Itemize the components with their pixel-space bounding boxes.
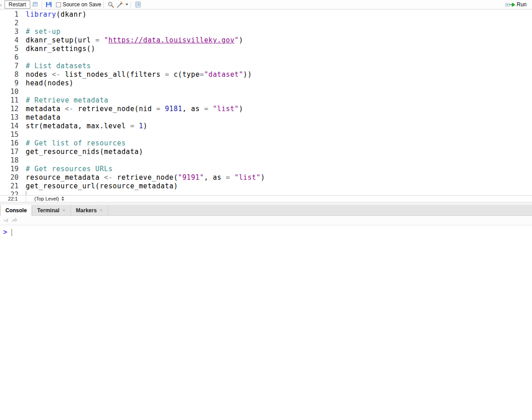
code-tools-dropdown-icon[interactable] [126, 4, 128, 5]
line-number: 17 [0, 148, 19, 156]
line-number: 19 [0, 165, 19, 173]
code-line[interactable]: # Retrieve metadata [26, 96, 532, 105]
source-on-save-checkbox[interactable] [56, 2, 61, 7]
cursor-position: 22:1 [0, 196, 26, 201]
save-icon[interactable] [44, 0, 53, 9]
code-line[interactable]: nodes <- list_nodes_all(filters = c(type… [26, 70, 532, 79]
line-number: 10 [0, 88, 19, 96]
run-button[interactable]: Run [505, 0, 527, 9]
code-line[interactable] [26, 131, 532, 139]
line-number: 5 [0, 45, 19, 53]
console-pane[interactable]: > [0, 225, 532, 420]
line-number: 7 [0, 62, 19, 70]
toolbar-separator [103, 1, 104, 8]
code-line[interactable]: # set-up [26, 28, 532, 36]
source-on-save-label: Source on Save [63, 1, 101, 8]
code-line[interactable]: # List datasets [26, 62, 532, 70]
code-line[interactable]: head(nodes) [26, 79, 532, 88]
pane-splitter[interactable] [0, 202, 532, 205]
tab-label: Console [5, 207, 27, 214]
tab-label: Terminal [37, 207, 59, 214]
scope-selector[interactable]: (Top Level) [26, 196, 64, 202]
code-line[interactable]: resource_metadata <- retrieve_node("9191… [26, 173, 532, 182]
line-number: 3 [0, 28, 19, 36]
code-line[interactable]: get_resource_url(resource_metadata) [26, 182, 532, 191]
line-number: 2 [0, 19, 19, 28]
code-line[interactable]: dkanr_settings() [26, 45, 532, 53]
close-tab-icon[interactable]: × [99, 208, 103, 213]
line-number: 21 [0, 182, 19, 191]
code-line[interactable] [26, 53, 532, 62]
line-number: 22 [0, 191, 19, 195]
source-toolbar: ‹ Restart Source on Save [0, 0, 532, 9]
text-cursor [26, 191, 26, 196]
code-line[interactable] [26, 19, 532, 28]
line-number: 20 [0, 173, 19, 182]
code-line[interactable] [26, 156, 532, 165]
tab-terminal[interactable]: Terminal× [32, 205, 71, 215]
line-number-gutter: 12345678910111213141516171819202122 [0, 9, 19, 195]
back-chevron-icon[interactable]: ‹ [0, 2, 4, 8]
line-number: 1 [0, 10, 19, 19]
line-number: 15 [0, 131, 19, 139]
toolbar-separator [131, 1, 131, 8]
working-directory: ~/ [4, 218, 8, 223]
code-line[interactable]: # Get resources URLs [26, 165, 532, 173]
line-number: 16 [0, 139, 19, 148]
code-line[interactable] [26, 88, 532, 96]
scope-updown-icon [61, 196, 64, 201]
console-cursor [11, 229, 12, 236]
line-number: 6 [0, 53, 19, 62]
goto-directory-icon[interactable] [11, 216, 18, 224]
tab-label: Markers [76, 207, 97, 214]
rstudio-window: ‹ Restart Source on Save [0, 0, 532, 420]
line-number: 8 [0, 70, 19, 79]
close-tab-icon[interactable]: × [62, 208, 65, 213]
show-in-new-window-icon[interactable] [30, 0, 39, 9]
line-number: 11 [0, 96, 19, 105]
code-tools-icon[interactable] [115, 0, 124, 9]
compile-report-icon[interactable] [133, 0, 142, 9]
code-line[interactable]: metadata <- retrieve_node(nid = 9181, as… [26, 105, 532, 113]
code-line[interactable] [26, 191, 532, 195]
tab-markers[interactable]: Markers× [71, 205, 108, 215]
scope-label: (Top Level) [34, 196, 59, 201]
line-number: 13 [0, 113, 19, 122]
line-number: 9 [0, 79, 19, 88]
code-line[interactable]: metadata [26, 113, 532, 122]
console-prompt: > [3, 228, 7, 236]
line-number: 14 [0, 122, 19, 131]
panel-tab-bar: ConsoleTerminal×Markers× [0, 205, 532, 216]
code-editor[interactable]: 12345678910111213141516171819202122 libr… [0, 9, 532, 195]
run-icon [505, 0, 515, 9]
code-line[interactable]: # Get list of resources [26, 139, 532, 148]
console-toolbar: ~/ [0, 216, 532, 225]
find-replace-icon[interactable] [106, 0, 115, 9]
code-lines[interactable]: library(dkanr)# set-updkanr_setup(url = … [19, 9, 532, 195]
code-line[interactable]: str(metadata, max.level = 1) [26, 122, 532, 131]
tab-console[interactable]: Console [0, 205, 32, 216]
line-number: 18 [0, 156, 19, 165]
code-line[interactable]: library(dkanr) [26, 10, 532, 19]
code-line[interactable]: get_resource_nids(metadata) [26, 148, 532, 156]
toolbar-separator [42, 1, 42, 8]
line-number: 4 [0, 36, 19, 45]
code-line[interactable]: dkanr_setup(url = "https://data.louisvil… [26, 36, 532, 45]
restart-button[interactable]: Restart [5, 0, 30, 9]
line-number: 12 [0, 105, 19, 113]
editor-status-bar: 22:1 (Top Level) [0, 195, 532, 202]
run-label: Run [517, 1, 527, 8]
